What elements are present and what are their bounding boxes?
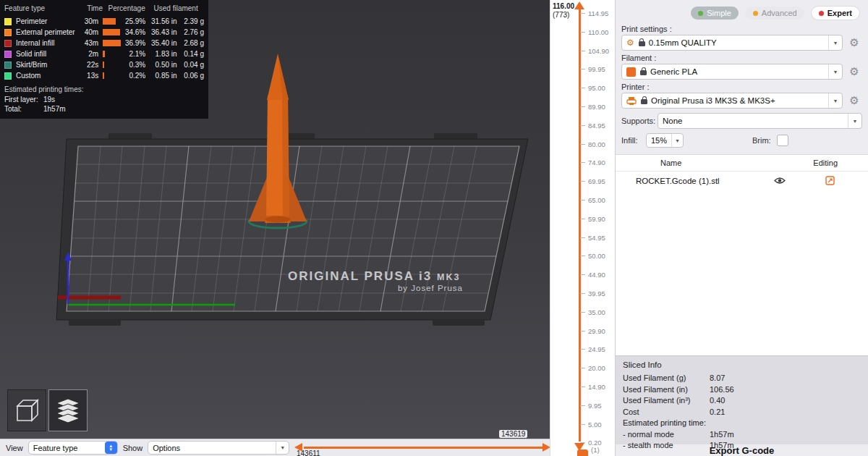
printer-gear-button[interactable]: ⚙: [846, 93, 862, 109]
lock-icon: [641, 99, 647, 104]
printer-value: Original Prusa i3 MK3S & MK3S+: [651, 96, 775, 105]
feature-percentage: 0.3%: [122, 61, 145, 69]
feature-color-swatch: [4, 40, 12, 47]
legend-header-percentage: Percentage: [106, 4, 148, 12]
bottom-layer-number: (1): [591, 446, 600, 454]
feature-weight: 2.68 g: [177, 39, 204, 47]
legend-panel: Feature type Time Percentage Used filame…: [0, 0, 208, 119]
mode-advanced-button[interactable]: Advanced: [746, 7, 804, 20]
lock-icon: [639, 41, 645, 46]
legend-row: Perimeter 30m 25.9% 31.56 in 2.39 g: [0, 16, 208, 27]
slider-jump-button[interactable]: [577, 449, 588, 456]
combo-dropdown-button[interactable]: ▾: [828, 35, 842, 50]
tick-label: 99.95: [588, 65, 605, 73]
view-select-value: Feature type: [33, 444, 78, 452]
view-select[interactable]: Feature type ▴▾: [28, 441, 118, 455]
layers-icon: [52, 396, 84, 425]
sliced-info-row: Estimated printing time:: [623, 418, 861, 429]
sliced-value: 0.21: [710, 407, 725, 418]
select-stepper-button[interactable]: ▴▾: [105, 442, 117, 454]
supports-row: Supports: None ▾: [616, 109, 868, 129]
percentage-bar-track: [103, 29, 122, 35]
combo-dropdown-button[interactable]: ▾: [828, 64, 842, 79]
print-settings-row: ⚙ 0.15mm QUALITY ▾ ⚙: [616, 35, 868, 51]
printer-combo[interactable]: Original Prusa i3 MK3S & MK3S+ ▾: [621, 93, 843, 109]
name-column-header: Name: [660, 159, 681, 167]
combo-dropdown-button[interactable]: ▾: [848, 114, 861, 128]
tick-label: 74.90: [588, 159, 605, 166]
mode-expert-button[interactable]: Expert: [812, 7, 859, 20]
feature-length: 31.56 in: [145, 17, 176, 25]
brim-label: Brim:: [752, 136, 771, 145]
infill-row: Infill: 15% ▾ Brim:: [616, 129, 868, 153]
current-height-value: 116.00: [553, 2, 574, 11]
feature-weight: 0.06 g: [177, 72, 204, 80]
printer-icon: [626, 96, 637, 106]
brim-checkbox[interactable]: [777, 135, 788, 146]
bed-byline-text: by Josef Prusa: [398, 284, 463, 292]
vertical-layer-slider[interactable]: [579, 9, 581, 442]
supports-label: Supports:: [621, 117, 658, 125]
feature-label: Custom: [16, 72, 76, 80]
sliced-value: 1h57m: [710, 429, 734, 441]
editing-column-header: Editing: [813, 159, 838, 167]
gear-icon: ⚙: [849, 94, 859, 107]
percentage-bar-track: [103, 62, 122, 68]
show-select[interactable]: Options ▾: [148, 441, 289, 455]
filament-combo[interactable]: Generic PLA ▾: [621, 64, 843, 80]
preview-3d-viewport[interactable]: ORIGINAL PRUSA i3 MK3 by Josef Prusa: [0, 0, 550, 456]
est-value: 1h57m: [43, 105, 66, 113]
tick-label: 89.90: [588, 103, 605, 111]
print-settings-gear-button[interactable]: ⚙: [846, 35, 862, 51]
feature-color-swatch: [4, 18, 12, 25]
percentage-bar: [103, 62, 104, 68]
supports-select[interactable]: None ▾: [658, 113, 862, 129]
sliced-value: 8.07: [710, 373, 725, 384]
vslider-up-arrow[interactable]: [574, 1, 584, 9]
chevron-down-icon: ▾: [834, 98, 837, 104]
sliced-label: - normal mode: [623, 429, 710, 441]
estimated-time-row: Total: 1h57m: [0, 104, 208, 114]
feature-color-swatch: [4, 72, 12, 80]
object-list-row[interactable]: ROCKET.Gcode (1).stl: [616, 172, 868, 190]
infill-label: Infill:: [621, 136, 646, 145]
estimated-time-row: First layer: 19s: [0, 95, 208, 104]
mode-label: Simple: [707, 9, 731, 17]
tick-label: 44.90: [588, 271, 605, 279]
tick-label: 5.00: [588, 421, 602, 428]
printer-label: Printer :: [616, 80, 868, 93]
combo-dropdown-button[interactable]: ▾: [671, 134, 683, 147]
tick-label: 69.95: [588, 177, 605, 185]
profile-gear-icon: ⚙: [626, 38, 634, 48]
feature-label: External perimeter: [16, 28, 76, 36]
3d-view-button[interactable]: [7, 389, 46, 431]
legend-row: Internal infill 43m 36.9% 35.40 in 2.68 …: [0, 38, 208, 48]
edit-object-button[interactable]: [825, 176, 835, 185]
feature-color-swatch: [4, 62, 12, 69]
percentage-bar: [103, 51, 105, 57]
select-dropdown-button[interactable]: ▾: [276, 442, 289, 454]
mode-simple-button[interactable]: Simple: [691, 7, 739, 20]
horizontal-move-slider[interactable]: [304, 447, 542, 449]
print-settings-combo[interactable]: ⚙ 0.15mm QUALITY ▾: [621, 35, 843, 51]
percentage-bar-track: [103, 72, 122, 79]
combo-dropdown-button[interactable]: ▾: [828, 93, 842, 108]
legend-row: Solid infill 2m 2.1% 1.83 in 0.14 g: [0, 48, 208, 59]
percentage-bar: [103, 18, 116, 25]
mode-label: Expert: [827, 9, 852, 17]
tick-label: 24.95: [588, 345, 605, 353]
filament-color-swatch: [626, 67, 636, 77]
filament-gear-button[interactable]: ⚙: [846, 64, 862, 80]
feature-label: Perimeter: [16, 17, 76, 25]
tick-label: 29.90: [588, 327, 605, 335]
sliced-label: Used Filament (g): [623, 373, 710, 384]
estimated-times-title: Estimated printing times:: [0, 81, 208, 95]
percentage-bar: [103, 29, 120, 35]
hslider-right-arrow[interactable]: [542, 443, 550, 452]
layers-preview-button[interactable]: [48, 389, 88, 431]
sliced-label: Cost: [623, 407, 710, 418]
tick-label: 114.95: [588, 9, 608, 17]
visibility-toggle[interactable]: [774, 177, 786, 185]
infill-select[interactable]: 15% ▾: [646, 133, 684, 148]
export-gcode-button[interactable]: Export G-code: [616, 445, 868, 456]
